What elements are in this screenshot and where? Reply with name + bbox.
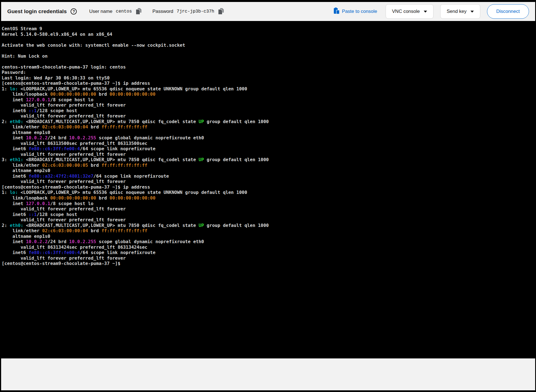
terminal-line: valid_lft forever preferred_lft forever [2,102,536,108]
terminal-line: valid_lft 86313424sec preferred_lft 8631… [2,245,536,250]
terminal-line: altname enp2s0 [2,168,536,173]
send-key-dropdown[interactable]: Send key [440,4,480,19]
terminal-line: altname enp1s0 [2,234,536,239]
vm-console-page: Guest login credentials ? User name cent… [0,0,536,392]
terminal-line: valid_lft forever preferred_lft forever [2,179,536,184]
terminal-line: link/loopback 00:00:00:00:00:00 brd 00:0… [2,195,536,201]
password-value: 7jrc-jp3b-c37h [177,9,214,14]
terminal-line: inet 127.0.0.1/8 scope host lo [2,97,536,103]
terminal-line: valid_lft 86313500sec preferred_lft 8631… [2,141,536,146]
copy-icon [218,8,224,15]
terminal-line: valid_lft forever preferred_lft forever [2,217,536,223]
username-credential: User name centos [89,7,142,16]
terminal-line: altname enp1s0 [2,130,536,135]
chevron-down-icon [470,11,474,13]
terminal-line: inet 127.0.0.1/8 scope host lo [2,201,536,206]
terminal-line: valid_lft forever preferred_lft forever [2,206,536,212]
terminal-line: Last login: Wed Apr 30 06:30:33 on ttyS0 [2,75,536,81]
terminal-line: 2: eth0: <BROADCAST,MULTICAST,UP,LOWER_U… [2,119,536,125]
terminal-line [2,59,536,64]
terminal-line: [centos@centos-stream9-chocolate-puma-37… [2,261,536,266]
terminal-line: inet 10.0.2.2/24 brd 10.0.2.255 scope gl… [2,135,536,141]
terminal-line: 1: lo: <LOOPBACK,UP,LOWER_UP> mtu 65536 … [2,86,536,92]
vnc-console-dropdown-label: VNC console [392,9,420,14]
send-key-dropdown-label: Send key [447,9,467,14]
terminal-line: [centos@centos-stream9-chocolate-puma-37… [2,81,536,86]
terminal-line: Password: [2,70,536,75]
terminal-line: 3: eth1: <BROADCAST,MULTICAST,UP,LOWER_U… [2,157,536,163]
copy-icon [136,8,142,15]
terminal-line: link/ether 02:c6:03:00:00:04 brd ff:ff:f… [2,124,536,130]
terminal-line: valid_lft forever preferred_lft forever [2,152,536,157]
terminal-line: inet6 fe80::a32:47f2:4801:32e7/64 scope … [2,173,536,179]
console-header: Guest login credentials ? User name cent… [1,2,535,21]
vnc-terminal[interactable]: CentOS Stream 9Kernel 5.14.0-580.el9.x86… [0,21,536,358]
terminal-line: centos-stream9-chocolate-puma-37 login: … [2,64,536,70]
terminal-line: inet 10.0.2.2/24 brd 10.0.2.255 scope gl… [2,239,536,245]
terminal-line [2,37,536,43]
password-label: Password [152,9,173,14]
terminal-line: inet6 ::1/128 scope host [2,212,536,217]
username-value: centos [116,9,132,14]
terminal-output: CentOS Stream 9Kernel 5.14.0-580.el9.x86… [2,26,536,266]
terminal-line: [centos@centos-stream9-chocolate-puma-37… [2,184,536,190]
copy-username-button[interactable] [135,7,142,16]
page-title: Guest login credentials [7,8,67,15]
terminal-line: link/ether 02:c6:03:00:00:05 brd ff:ff:f… [2,163,536,168]
bottom-panel [1,358,535,390]
paste-to-console-button[interactable]: Paste to console [332,7,379,16]
terminal-line: valid_lft forever preferred_lft forever [2,113,536,119]
terminal-line: inet6 ::1/128 scope host [2,108,536,114]
paste-to-console-label: Paste to console [342,9,377,14]
disconnect-button[interactable]: Disconnect [487,4,529,19]
terminal-line: 1: lo: <LOOPBACK,UP,LOWER_UP> mtu 65536 … [2,190,536,195]
terminal-line: 2: eth0: <BROADCAST,MULTICAST,UP,LOWER_U… [2,223,536,228]
terminal-line: inet6 fe80::c6:3ff:fe00:4/64 scope link … [2,146,536,152]
terminal-line: valid_lft forever preferred_lft forever [2,255,536,261]
terminal-line: Kernel 5.14.0-580.el9.x86_64 on an x86_6… [2,32,536,37]
terminal-line: Activate the web console with: systemctl… [2,43,536,48]
terminal-line: Hint: Num Lock on [2,53,536,59]
terminal-line: inet6 fe80::c6:3ff:fe00:4/64 scope link … [2,250,536,255]
console-actions: Paste to console VNC console Send key Di… [332,4,529,19]
copy-password-button[interactable] [218,7,225,16]
chevron-down-icon [424,11,427,13]
terminal-line: link/ether 02:c6:03:00:00:04 brd ff:ff:f… [2,228,536,234]
terminal-line [2,48,536,53]
terminal-line: link/loopback 00:00:00:00:00:00 brd 00:0… [2,91,536,97]
password-credential: Password 7jrc-jp3b-c37h [152,7,225,16]
vnc-console-dropdown[interactable]: VNC console [386,4,434,19]
paste-icon [334,8,339,15]
terminal-line: CentOS Stream 9 [2,26,536,32]
username-label: User name [89,9,112,14]
question-circle-icon[interactable]: ? [71,8,77,15]
